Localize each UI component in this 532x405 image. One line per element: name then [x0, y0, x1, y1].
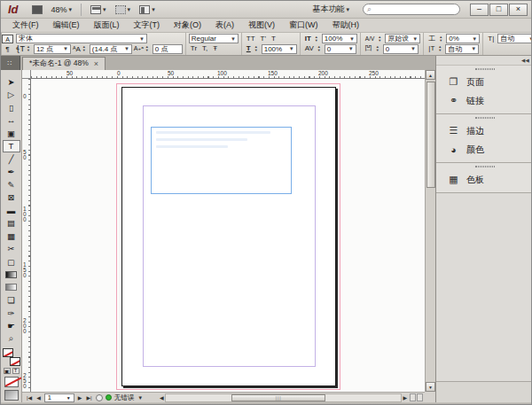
vertical-scale-select[interactable]: 100%▼: [322, 34, 357, 43]
content-collector-tool[interactable]: ▣: [3, 127, 20, 140]
dock-item-stroke[interactable]: ☰描边: [436, 121, 532, 140]
zoom-tool[interactable]: ⌕: [3, 332, 20, 346]
zoom-level-select[interactable]: 48% ▾: [47, 4, 77, 16]
apply-none-button[interactable]: [4, 377, 19, 387]
first-page-button[interactable]: |◀: [26, 394, 33, 401]
fill-swatch[interactable]: [3, 348, 13, 357]
menu-item-8[interactable]: 窗口(W): [283, 19, 325, 32]
font-family-select[interactable]: 宋体▼: [16, 34, 147, 43]
text-frame[interactable]: [151, 127, 292, 194]
line-tool[interactable]: ╱: [3, 152, 20, 166]
scroll-down-icon[interactable]: ▼: [426, 382, 435, 392]
arrange-documents-button[interactable]: ▾: [135, 4, 160, 16]
leading-stepper[interactable]: ▲▼: [82, 45, 88, 52]
horizontal-grid-tool[interactable]: ▤: [3, 217, 20, 230]
dock-group-grip[interactable]: [436, 66, 532, 73]
search-input[interactable]: ⌕: [363, 4, 460, 15]
tools-dock-toggle[interactable]: ∷: [1, 56, 20, 70]
gradient-feather-tool[interactable]: [3, 281, 20, 294]
apply-gradient-button[interactable]: [4, 390, 19, 401]
grid-count-stepper[interactable]: ▲▼: [376, 45, 381, 52]
screen-mode-button[interactable]: ▾: [111, 4, 136, 16]
position-button-2[interactable]: T,: [200, 44, 209, 53]
baseline-shift-field[interactable]: 0 点: [153, 44, 183, 54]
menu-item-5[interactable]: 对象(O): [168, 19, 207, 32]
font-size-select[interactable]: 12 点▼: [34, 44, 71, 54]
tracking-stepper[interactable]: ▲▼: [317, 45, 323, 52]
bridge-button[interactable]: [27, 4, 47, 16]
stroke-swatch[interactable]: [10, 357, 20, 366]
space-after-stepper[interactable]: ▲▼: [438, 45, 443, 52]
grid-scale-stepper[interactable]: ▲▼: [439, 35, 444, 43]
baseline-stepper[interactable]: ▲▼: [145, 45, 151, 52]
case-button-3[interactable]: T: [270, 35, 278, 43]
canvas[interactable]: 50050100150200250 050100150200250: [22, 70, 425, 392]
frame-tool[interactable]: ⊠: [3, 191, 20, 205]
dock-group-grip[interactable]: [436, 114, 532, 121]
scrollbar-extra-buttons[interactable]: [408, 393, 425, 401]
paragraph-formatting-icon[interactable]: ¶: [5, 45, 9, 53]
horizontal-scroll-thumb[interactable]: |||: [231, 394, 325, 401]
maximize-button[interactable]: □: [489, 4, 508, 16]
gradient-swatch-tool[interactable]: [3, 269, 20, 282]
page-number-select[interactable]: 1 ▼: [44, 393, 74, 402]
workspace-switcher[interactable]: 基本功能 ▾: [308, 2, 354, 17]
vscale-stepper[interactable]: ▲▼: [315, 35, 320, 43]
menu-item-9[interactable]: 帮助(H): [326, 19, 366, 32]
view-options-button[interactable]: ▾: [86, 4, 111, 16]
dock-item-pages[interactable]: ❐页面: [436, 73, 532, 91]
gap-tool[interactable]: ↔: [3, 114, 20, 128]
horizontal-scale-select[interactable]: 100%▼: [262, 44, 297, 54]
font-size-stepper[interactable]: ▲▼: [27, 45, 32, 52]
menu-item-4[interactable]: 文字(T): [128, 19, 167, 32]
grid-scale-select[interactable]: 0%▼: [446, 34, 480, 43]
hand-tool[interactable]: ☛: [3, 320, 20, 333]
hscale-stepper[interactable]: ▲▼: [254, 45, 260, 52]
font-style-select[interactable]: Regular▼: [189, 34, 239, 43]
type-tool[interactable]: T: [3, 140, 20, 153]
tab-close-icon[interactable]: ×: [94, 59, 98, 68]
kerning-select[interactable]: 原始设▼: [385, 34, 420, 43]
menu-item-1[interactable]: 文件(F): [6, 19, 45, 32]
minimize-button[interactable]: –: [470, 4, 489, 16]
collapse-dock-icon[interactable]: ◀◀: [521, 58, 529, 63]
dock-item-swatches[interactable]: ▦色板: [436, 170, 532, 189]
kerning-stepper[interactable]: ▲▼: [378, 35, 383, 43]
vertical-scroll-thumb[interactable]: [426, 82, 435, 188]
menu-item-2[interactable]: 编辑(E): [47, 19, 86, 32]
page-tool[interactable]: ▯: [3, 101, 20, 114]
grid-count-select[interactable]: 0▼: [383, 44, 419, 54]
horizontal-scrollbar[interactable]: ◀ ||| ▶: [159, 393, 425, 402]
menu-item-3[interactable]: 版面(L): [88, 19, 126, 32]
character-formatting-icon[interactable]: A: [2, 35, 13, 43]
document-tab[interactable]: *未命名-1 @ 48% ×: [22, 57, 106, 70]
pencil-tool[interactable]: ✎: [3, 178, 20, 191]
leading-select[interactable]: (14.4 点▼: [90, 44, 132, 54]
vertical-ruler[interactable]: 050100150200250: [22, 79, 31, 392]
formatting-affects-container-icon[interactable]: ▣: [4, 368, 11, 374]
case-button-1[interactable]: TT: [245, 35, 257, 43]
pen-tool[interactable]: ✒: [3, 166, 20, 179]
horizontal-scroll-track[interactable]: |||: [165, 393, 403, 402]
position-button-3[interactable]: Ŧ: [211, 44, 219, 53]
dock-group-grip[interactable]: [436, 163, 532, 170]
next-page-button[interactable]: ▶: [77, 394, 83, 401]
scroll-right-icon[interactable]: ▶: [402, 394, 408, 401]
ruler-origin[interactable]: [22, 70, 31, 79]
close-button[interactable]: ×: [509, 4, 528, 16]
tracking-select[interactable]: 0▼: [325, 44, 356, 54]
last-page-button[interactable]: ▶|: [85, 394, 92, 401]
dock-item-links[interactable]: ⚭链接: [436, 91, 532, 110]
vertical-grid-tool[interactable]: ▦: [3, 230, 20, 243]
vertical-scrollbar[interactable]: ▲ ▼: [425, 70, 435, 392]
menu-item-6[interactable]: 表(A): [209, 19, 240, 32]
preflight-status[interactable]: 无错误 ▼: [106, 393, 144, 402]
selection-tool[interactable]: ➤: [3, 75, 20, 89]
direct-selection-tool[interactable]: ▷: [3, 89, 20, 102]
formatting-affects-text-icon[interactable]: T: [12, 368, 20, 374]
scroll-left-icon[interactable]: ◀: [159, 394, 165, 401]
horizontal-ruler[interactable]: 50050100150200250: [31, 70, 425, 79]
space-before-select[interactable]: 自动▼: [497, 34, 532, 43]
note-tool[interactable]: ❏: [3, 294, 20, 308]
menu-item-7[interactable]: 视图(V): [242, 19, 281, 32]
